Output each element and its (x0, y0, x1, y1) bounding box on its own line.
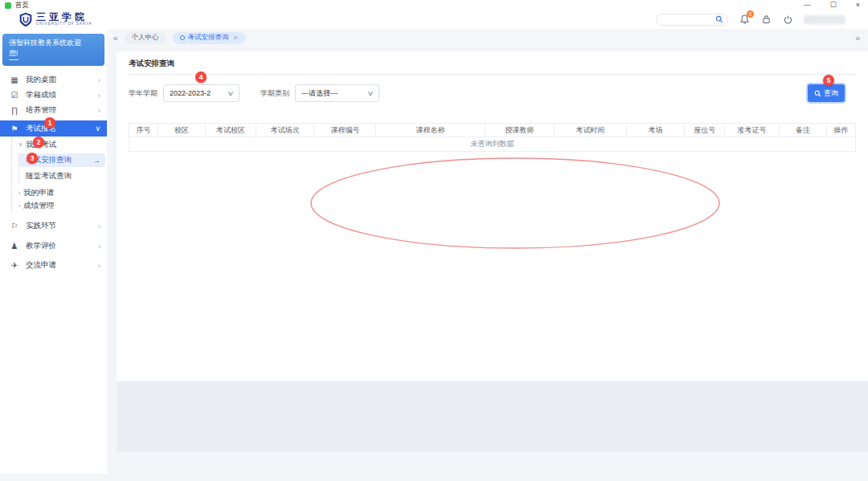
notification-badge: 0 (747, 10, 754, 18)
col-header: 课程名称 (376, 124, 485, 137)
search-icon[interactable] (715, 15, 723, 23)
podium-icon: ∏ (10, 106, 19, 115)
close-button[interactable]: × (856, 2, 860, 9)
filter-row: 学年学期 2022-2023-2 ∨ 学期类别 ---请选择--- ∨ 查询 (129, 84, 856, 102)
col-header: 考场 (627, 124, 685, 137)
welcome-text-2: 您! (9, 48, 18, 60)
term-type-select-value: ---请选择--- (301, 88, 338, 99)
my-exams-children: 考试安排查询 → 随堂考试查询 (18, 153, 107, 183)
sidebar-item-teaching-evaluation[interactable]: ♟ 教学评价 › (0, 238, 107, 254)
sidebar-item-grade-management[interactable]: › 成绩管理 (12, 199, 107, 212)
results-table: 序号 校区 考试校区 考试场次 课程编号 课程名称 授课教师 考试时间 考场 座… (129, 123, 856, 152)
term-select[interactable]: 2022-2023-2 ∨ (163, 84, 240, 102)
chevron-right-icon: › (98, 243, 100, 251)
power-icon (784, 15, 792, 24)
query-button-label: 查询 (824, 88, 838, 99)
brand-name-cn: 三亚学院 (36, 12, 92, 22)
term-select-value: 2022-2023-2 (170, 89, 211, 97)
sidebar-item-label: 我的桌面 (26, 75, 95, 85)
chevron-right-icon: › (98, 92, 100, 100)
close-tab-icon[interactable]: × (234, 34, 238, 42)
tab-strip: « 个人中心 考试安排查询 × » (107, 29, 868, 47)
welcome-text: 强智科技教务系统欢迎 (9, 39, 81, 47)
sidebar-menu: ▦ 我的桌面 › ☑ 学籍成绩 › ∏ 培养管理 › ⚑ 考试报名 ∨ (0, 72, 107, 273)
sidebar-item-label: 学籍成绩 (26, 90, 95, 100)
empty-row: 未查询到数据 (129, 137, 856, 152)
browser-tab-title: 首页 (15, 1, 29, 10)
col-header: 课程编号 (314, 124, 376, 137)
active-tab-dot-icon (180, 35, 185, 40)
brand-name-en: UNIVERSITY OF SANYA (36, 22, 92, 26)
shield-icon (19, 12, 32, 27)
title-bar: 首页 — ☐ × (0, 0, 868, 10)
col-header: 授课教师 (485, 124, 554, 137)
col-header: 序号 (129, 124, 158, 137)
exam-query-panel: 考试安排查询 学年学期 2022-2023-2 ∨ 学期类别 ---请选择---… (117, 51, 868, 381)
sidebar-item-exchange-application[interactable]: ✈ 交流申请 › (0, 258, 107, 273)
logout-button[interactable] (782, 14, 793, 25)
exam-submenu: ∨ 我的考试 考试安排查询 → 随堂考试查询 › (11, 138, 107, 212)
chevron-right-icon: › (18, 190, 20, 196)
col-header: 考试校区 (205, 124, 256, 137)
term-type-label: 学期类别 (260, 88, 289, 99)
page-title: 考试安排查询 (129, 51, 856, 75)
query-button[interactable]: 查询 (808, 84, 845, 102)
sidebar-item-label: 成绩管理 (23, 201, 54, 211)
notifications-button[interactable]: 0 (739, 14, 750, 25)
tab-exam-arrangement-query[interactable]: 考试安排查询 × (173, 32, 245, 44)
expand-tabs-icon[interactable]: » (855, 34, 860, 43)
sidebar-item-exam-registration[interactable]: ⚑ 考试报名 ∨ (0, 120, 107, 137)
sidebar-item-label: 培养管理 (26, 105, 95, 116)
sidebar-group-label: 我的考试 (26, 140, 56, 150)
sidebar-group-my-exams[interactable]: ∨ 我的考试 (12, 138, 107, 151)
lock-button[interactable] (760, 14, 772, 25)
sidebar-item-exam-arrangement-query[interactable]: 考试安排查询 → (19, 153, 105, 167)
app-window: 首页 — ☐ × 三亚学院 UNIVERSITY OF SANYA (0, 0, 868, 481)
person-icon: ♟ (10, 242, 19, 251)
chevron-right-icon: › (98, 76, 100, 84)
sidebar-item-my-desktop[interactable]: ▦ 我的桌面 › (0, 72, 107, 88)
flag-icon: ⚑ (10, 124, 19, 133)
tab-label: 个人中心 (132, 33, 159, 43)
bottom-strip (0, 474, 868, 481)
collapse-tabs-icon[interactable]: « (113, 34, 118, 43)
app-bar: 三亚学院 UNIVERSITY OF SANYA 0 (0, 10, 868, 29)
chevron-right-icon: › (98, 107, 100, 115)
sidebar-item-student-grades[interactable]: ☑ 学籍成绩 › (0, 88, 107, 103)
tab-personal-center[interactable]: 个人中心 (125, 32, 166, 44)
global-search[interactable] (656, 14, 728, 26)
table-header-row: 序号 校区 考试校区 考试场次 课程编号 课程名称 授课教师 考试时间 考场 座… (129, 124, 856, 137)
caret-down-icon: ∨ (18, 141, 23, 148)
global-search-input[interactable] (661, 16, 715, 23)
arrow-right-icon: → (93, 157, 100, 165)
no-data-message: 未查询到数据 (129, 137, 856, 152)
sidebar-item-my-applications[interactable]: › 我的申请 (12, 186, 107, 199)
sidebar-item-inclass-exam-query[interactable]: 随堂考试查询 (19, 169, 105, 183)
col-header: 校区 (158, 124, 206, 137)
university-logo: 三亚学院 UNIVERSITY OF SANYA (19, 12, 92, 27)
username-redacted[interactable] (804, 15, 845, 24)
minimize-button[interactable]: — (804, 2, 811, 9)
footer-band (117, 381, 868, 452)
term-label: 学年学期 (129, 88, 158, 99)
col-header: 操作 (826, 124, 855, 137)
tab-label: 考试安排查询 (188, 33, 229, 43)
sidebar-item-label: 随堂考试查询 (26, 171, 72, 181)
sidebar-item-label: 考试安排查询 (26, 155, 72, 165)
document-check-icon: ☑ (10, 91, 19, 100)
chevron-down-icon: ∨ (95, 124, 100, 132)
chevron-right-icon: › (98, 222, 100, 230)
col-header: 准考证号 (725, 124, 780, 137)
maximize-button[interactable]: ☐ (830, 2, 837, 9)
search-icon (814, 90, 821, 97)
sidebar-item-label: 实践环节 (26, 221, 95, 231)
sidebar-item-training-mgmt[interactable]: ∏ 培养管理 › (0, 103, 107, 118)
sidebar-item-label: 我的申请 (23, 188, 54, 198)
term-type-select[interactable]: ---请选择--- ∨ (295, 84, 379, 102)
col-header: 座位号 (685, 124, 725, 137)
sidebar-item-label: 考试报名 (26, 124, 92, 134)
select-caret-icon: ∨ (227, 90, 234, 97)
airplane-icon: ✈ (10, 261, 19, 270)
flag-outline-icon: ⚐ (10, 222, 19, 230)
sidebar-item-practice[interactable]: ⚐ 实践环节 › (0, 218, 107, 234)
